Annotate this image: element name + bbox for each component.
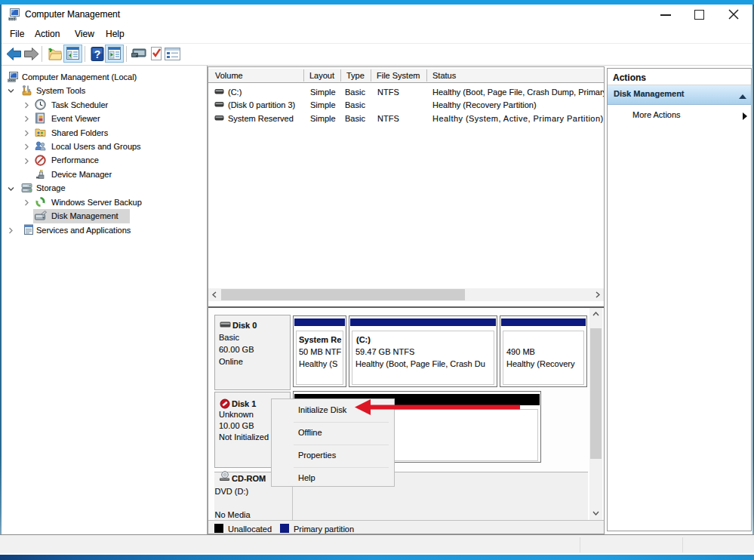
svg-text:?: ? bbox=[94, 48, 101, 60]
